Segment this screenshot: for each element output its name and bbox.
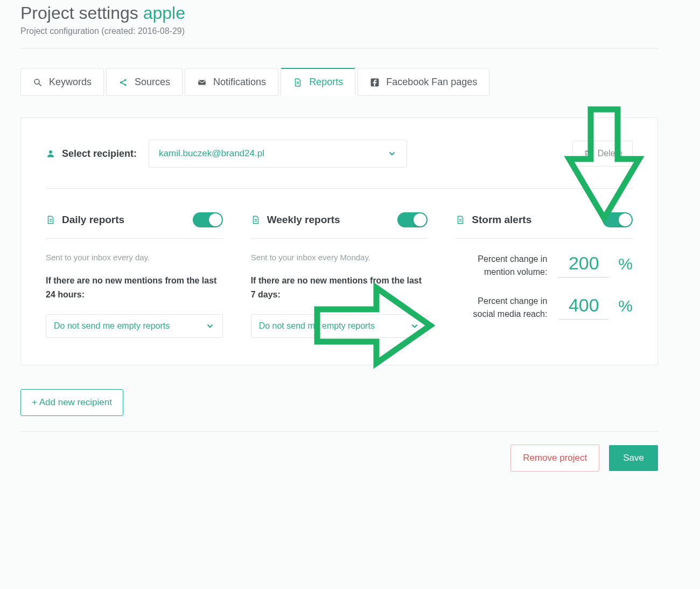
file-icon	[293, 78, 303, 87]
chevron-down-icon	[410, 321, 419, 331]
svg-point-7	[49, 150, 52, 154]
daily-desc: Sent to your inbox every day.	[46, 253, 223, 262]
tab-label: Keywords	[49, 77, 92, 88]
weekly-subhead: If there are no new mentions from the la…	[251, 274, 428, 301]
tab-reports[interactable]: Reports	[281, 68, 355, 96]
percent-sign: %	[618, 297, 633, 315]
page-subtitle: Project configuration (created: 2016-08-…	[20, 26, 658, 36]
tab-label: Facebook Fan pages	[386, 77, 477, 88]
file-icon	[46, 215, 55, 225]
trash-icon	[583, 149, 592, 158]
chevron-down-icon	[387, 149, 397, 158]
svg-point-0	[34, 79, 39, 84]
recipient-select[interactable]: kamil.buczek@brand24.pl	[149, 140, 407, 168]
add-recipient-button[interactable]: + Add new recipient	[20, 389, 123, 416]
recipient-panel: Select recipient: kamil.buczek@brand24.p…	[20, 117, 658, 365]
tab-label: Sources	[135, 77, 170, 88]
weekly-title: Weekly reports	[267, 214, 340, 226]
file-icon	[456, 215, 465, 225]
tab-label: Notifications	[213, 77, 266, 88]
chevron-down-icon	[205, 321, 215, 331]
tab-sources[interactable]: Sources	[106, 68, 183, 96]
storm-alerts-section: Storm alerts Percent change in mention v…	[456, 212, 633, 338]
save-button[interactable]: Save	[609, 445, 658, 471]
daily-empty-reports-select[interactable]: Do not send me empty reports	[46, 314, 223, 338]
page-title-prefix: Project settings	[20, 3, 143, 23]
search-icon	[33, 78, 43, 87]
tab-facebook-fan-pages[interactable]: Facebook Fan pages	[358, 68, 489, 96]
save-label: Save	[623, 453, 644, 463]
facebook-icon	[370, 78, 380, 87]
daily-reports-section: Daily reports Sent to your inbox every d…	[46, 212, 223, 338]
svg-line-1	[39, 84, 41, 86]
daily-reports-toggle[interactable]	[193, 212, 223, 227]
delete-recipient-button[interactable]: Delete	[572, 141, 633, 167]
svg-rect-5	[198, 80, 206, 85]
weekly-reports-section: Weekly reports Sent to your inbox every …	[251, 212, 428, 338]
storm-mention-label: Percent change in mention volume:	[456, 253, 547, 279]
storm-alerts-toggle[interactable]	[603, 212, 633, 227]
divider	[46, 188, 633, 189]
recipient-label-text: Select recipient:	[62, 148, 137, 160]
daily-subhead: If there are no new mentions from the la…	[46, 274, 223, 301]
storm-reach-label: Percent change in social media reach:	[456, 295, 547, 321]
remove-project-label: Remove project	[523, 453, 587, 463]
weekly-desc: Sent to your inbox every Monday.	[251, 253, 428, 262]
remove-project-button[interactable]: Remove project	[510, 445, 599, 472]
storm-title: Storm alerts	[472, 214, 531, 226]
user-icon	[46, 149, 55, 158]
footer-actions: Remove project Save	[20, 431, 658, 472]
share-icon	[118, 78, 128, 87]
file-icon	[251, 215, 261, 225]
project-name: apple	[143, 3, 185, 23]
recipient-selected-value: kamil.buczek@brand24.pl	[159, 148, 264, 159]
tab-keywords[interactable]: Keywords	[20, 68, 104, 96]
add-recipient-label: + Add new recipient	[32, 397, 112, 408]
storm-mention-input[interactable]	[559, 253, 608, 278]
weekly-reports-toggle[interactable]	[397, 212, 428, 227]
delete-label: Delete	[598, 149, 622, 158]
weekly-empty-option: Do not send me empty reports	[259, 321, 375, 331]
recipient-label: Select recipient:	[46, 148, 137, 160]
daily-title: Daily reports	[62, 214, 124, 226]
daily-empty-option: Do not send me empty reports	[54, 321, 170, 331]
divider	[20, 48, 658, 48]
page-title: Project settings apple	[20, 3, 658, 23]
tab-notifications[interactable]: Notifications	[185, 68, 278, 96]
weekly-empty-reports-select[interactable]: Do not send me empty reports	[251, 314, 428, 338]
percent-sign: %	[618, 255, 633, 273]
tab-label: Reports	[309, 77, 343, 88]
tab-bar: Keywords Sources Notifications Reports F…	[20, 68, 658, 96]
storm-reach-input[interactable]	[559, 295, 608, 320]
mail-icon	[197, 78, 207, 87]
